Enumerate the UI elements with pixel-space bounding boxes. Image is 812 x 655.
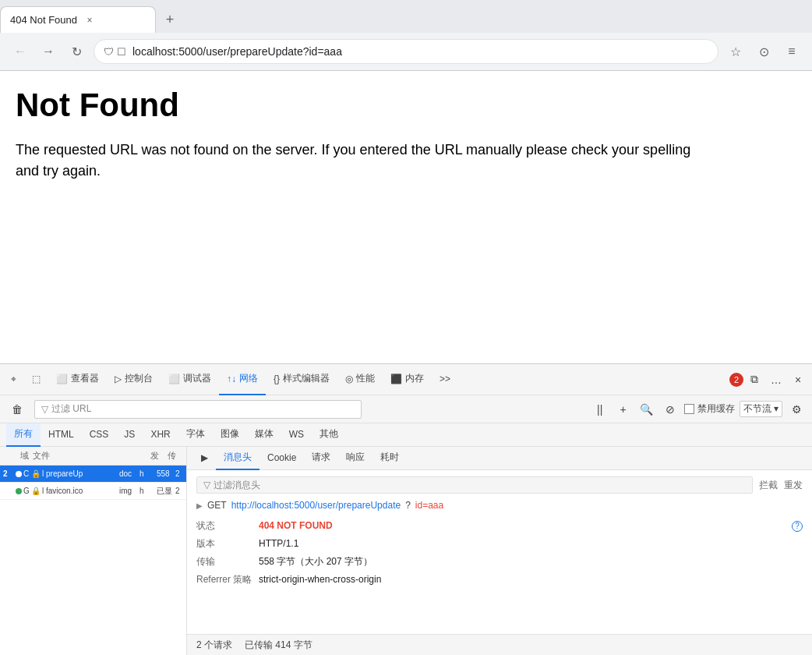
net-tab-media[interactable]: 媒体 [247,423,281,447]
devtools-tool-style-editor[interactable]: {} 样式编辑器 [266,364,337,395]
devtools-tool-console[interactable]: ▷ 控制台 [107,364,161,395]
block-urls-button[interactable]: ⊘ [661,400,680,419]
devtools-tool-viewer[interactable]: ⬜ 查看器 [48,364,107,395]
cache-label: 禁用缓存 [697,402,735,416]
search-in-requests-button[interactable]: 🔍 [637,400,656,419]
back-button[interactable]: ← [9,41,31,62]
menu-button[interactable]: ≡ [781,41,803,62]
header-filter-input[interactable]: ▽ 过滤消息头 [196,476,753,494]
detail-tab-headers[interactable]: 消息头 [216,447,259,470]
devtools-tool-more[interactable]: >> [432,364,458,395]
address-bar[interactable]: 🛡 ☐ localhost:5000/user/prepareUpdate?id… [94,39,718,64]
pocket-icon: ⊙ [759,44,769,59]
devtools-copy-button[interactable]: ⧉ [743,369,765,391]
network-list-header: 域 文件 发 传 [0,447,186,466]
url-filter-placeholder: 过滤 URL [51,402,91,416]
page-title: Not Found [16,87,796,124]
browser-chrome: 404 Not Found × + ← → ↻ 🛡 ☐ localhost:50… [0,0,812,71]
clear-network-button[interactable]: 🗑 [6,398,28,420]
network-icon: ↑↓ [227,374,236,384]
header-key-version: 版本 [196,537,259,551]
header-key-referrer: Referrer 策略 [196,573,259,586]
new-tab-button[interactable]: + [159,9,181,30]
pocket-button[interactable]: ⊙ [753,41,775,62]
network-row[interactable]: 2 C 🔒 l prepareUp doc h 558 2 [0,466,186,483]
filter-actions: || + 🔍 ⊘ 禁用缓存 不节流 ▾ ⚙ [591,400,806,419]
network-label: 网络 [239,372,258,385]
add-filter-button[interactable]: + [614,400,633,419]
request-type: img [119,487,138,495]
devtools-inspect-button[interactable]: ⌖ [3,364,24,395]
console-label: 控制台 [125,372,153,385]
header-val-referrer: strict-origin-when-cross-origin [259,574,803,585]
col-transferred: 传 [168,450,183,462]
detail-tab-timing[interactable]: 耗时 [372,447,407,470]
detail-tab-play[interactable]: ▶ [193,447,216,470]
status-bar: 2 个请求 已传输 414 字节 [187,634,812,655]
status-indicator-error [16,471,22,477]
throttle-select[interactable]: 不节流 ▾ [740,401,782,417]
request-file: l prepareUp [42,469,118,478]
detail-filter-bar: ▽ 过滤消息头 拦截 重发 [196,476,803,494]
devtools-responsive-button[interactable]: ⬚ [24,364,48,395]
response-headers-section: 状态 404 NOT FOUND ? 版本 HTTP/1.1 传输 558 字节… [196,517,803,589]
console-icon: ▷ [115,374,122,384]
url-filter-input[interactable]: ▽ 过滤 URL [34,400,362,419]
cache-checkbox [684,404,694,414]
block-label[interactable]: 拦截 [759,479,778,492]
header-row-referrer: Referrer 策略 strict-origin-when-cross-ori… [196,571,803,589]
bookmark-icon: ☆ [730,44,741,59]
settings-icon: ⚙ [792,403,802,416]
devtools-close-button[interactable]: × [787,369,809,391]
net-tab-ws[interactable]: WS [281,423,312,447]
expand-arrow-icon[interactable]: ▶ [196,501,203,510]
active-tab[interactable]: 404 Not Found × [0,6,156,33]
forward-button[interactable]: → [37,41,59,62]
query-separator: ? [405,500,411,511]
devtools-tool-network[interactable]: ↑↓ 网络 [219,364,266,395]
devtools-more-button[interactable]: … [765,369,787,391]
header-row-transfer: 传输 558 字节（大小 207 字节） [196,553,803,571]
net-tab-font[interactable]: 字体 [178,423,213,447]
detail-tab-request[interactable]: 请求 [304,447,338,470]
net-tab-image[interactable]: 图像 [213,423,247,447]
net-tab-xhr[interactable]: XHR [143,423,178,447]
requests-count: 2 个请求 [196,639,232,652]
throttle-label: 不节流 [743,403,771,414]
net-tab-css[interactable]: CSS [82,423,117,447]
detail-tab-cookies[interactable]: Cookie [259,447,304,470]
detail-tab-response[interactable]: 响应 [338,447,372,470]
bookmark-button[interactable]: ☆ [725,41,747,62]
reload-button[interactable]: ↻ [65,41,87,62]
pause-recording-button[interactable]: || [591,400,609,419]
network-row[interactable]: G 🔒 l favicon.ico img h 已显 2 [0,483,186,500]
close-icon: × [795,374,801,386]
net-tab-js[interactable]: JS [116,423,143,447]
disable-cache-toggle[interactable]: 禁用缓存 [684,402,735,416]
status-help-icon[interactable]: ? [792,521,803,532]
url-text[interactable]: localhost:5000/user/prepareUpdate?id=aaa [132,45,708,58]
error-count-badge: 2 [729,373,743,387]
devtools-tool-memory[interactable]: ⬛ 内存 [383,364,432,395]
page-icon: ☐ [117,46,126,58]
network-settings-button[interactable]: ⚙ [787,400,806,419]
memory-icon: ⬛ [390,374,402,384]
protocol-label: G [23,487,30,495]
lock-icon: 🔒 [31,487,41,495]
resend-label[interactable]: 重发 [784,479,803,492]
devtools-toolbar: ⌖ ⬚ ⬜ 查看器 ▷ 控制台 ⬜ 调试器 ↑↓ 网络 {} 样式编辑器 ◎ 性… [0,364,812,395]
net-tab-all[interactable]: 所有 [6,423,41,447]
page-content: Not Found The requested URL was not foun… [0,71,812,363]
net-tab-html[interactable]: HTML [41,423,82,447]
net-tab-other[interactable]: 其他 [312,423,346,447]
tab-close-button[interactable]: × [83,14,96,27]
request-extra: 2 [175,469,183,478]
devtools-tool-performance[interactable]: ◎ 性能 [337,364,383,395]
more-tools-icon: >> [440,374,450,384]
request-size: 已显 [157,486,174,497]
responsive-icon: ⬚ [32,374,41,384]
address-security-icons: 🛡 ☐ [104,46,126,58]
lock-icon: 🔒 [31,469,41,478]
style-editor-label: 样式编辑器 [283,372,330,385]
devtools-tool-debugger[interactable]: ⬜ 调试器 [161,364,219,395]
